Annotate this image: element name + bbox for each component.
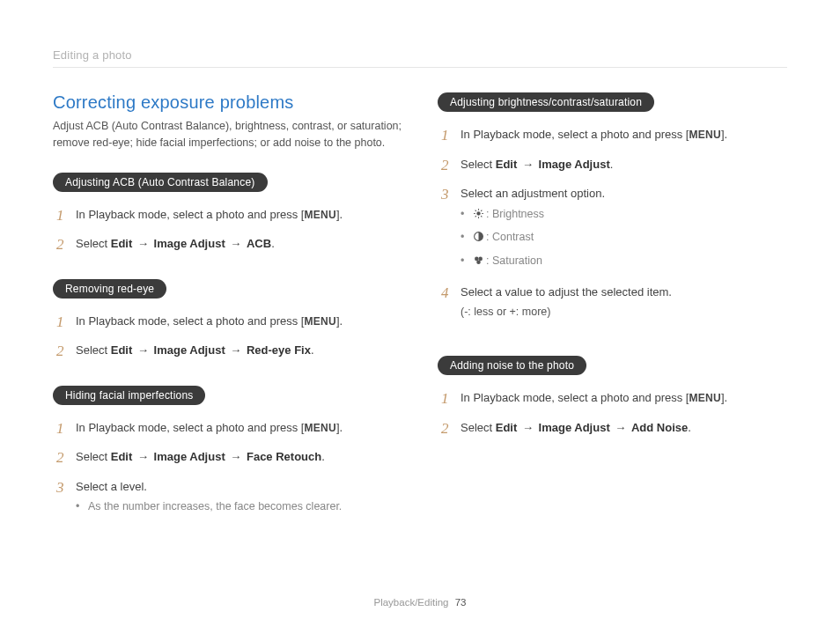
block-redeye: Removing red-eye In Playback mode, selec… xyxy=(53,279,402,359)
block-bcs: Adjusting brightness/contrast/saturation… xyxy=(438,92,787,321)
face-note-1: As the number increases, the face become… xyxy=(76,498,402,515)
contrast-icon xyxy=(473,231,484,247)
pill-bcs: Adjusting brightness/contrast/saturation xyxy=(438,92,654,112)
svg-point-12 xyxy=(476,260,481,264)
page: Editing a photo Correcting exposure prob… xyxy=(0,0,840,634)
footer-section: Playback/Editing xyxy=(373,597,448,608)
svg-line-6 xyxy=(481,216,482,217)
menu-key: MENU xyxy=(304,209,336,221)
step-acb-2: Select Edit → Image Adjust → ACB. xyxy=(53,235,402,253)
columns: Correcting exposure problems Adjust ACB … xyxy=(53,92,787,542)
svg-point-0 xyxy=(476,211,480,215)
steps-noise: In Playback mode, select a photo and pre… xyxy=(438,389,787,436)
left-column: Correcting exposure problems Adjust ACB … xyxy=(53,92,402,542)
steps-acb: In Playback mode, select a photo and pre… xyxy=(53,206,402,253)
step-noise-1: In Playback mode, select a photo and pre… xyxy=(438,389,787,407)
opt-saturation: : Saturation xyxy=(461,253,787,271)
pill-face: Hiding facial imperfections xyxy=(53,386,205,405)
saturation-icon xyxy=(473,254,484,271)
page-number: 73 xyxy=(455,597,467,608)
block-face: Hiding facial imperfections In Playback … xyxy=(53,386,402,515)
opt-contrast: : Contrast xyxy=(461,229,787,247)
opt-brightness: : Brightness xyxy=(461,206,787,225)
step-face-3: Select a level. As the number increases,… xyxy=(53,478,402,515)
step-bcs-1: In Playback mode, select a photo and pre… xyxy=(438,126,787,144)
pill-acb: Adjusting ACB (Auto Contrast Balance) xyxy=(53,173,268,192)
step-face-1: In Playback mode, select a photo and pre… xyxy=(53,419,402,437)
section-title: Correcting exposure problems xyxy=(53,92,402,113)
step-redeye-2: Select Edit → Image Adjust → Red-eye Fix… xyxy=(53,342,402,359)
svg-line-5 xyxy=(475,210,476,210)
menu-key: MENU xyxy=(304,422,336,434)
step-acb-1: In Playback mode, select a photo and pre… xyxy=(53,206,402,224)
step-face-2: Select Edit → Image Adjust → Face Retouc… xyxy=(53,448,402,466)
menu-key: MENU xyxy=(689,392,721,404)
menu-key: MENU xyxy=(689,129,721,141)
intro-text: Adjust ACB (Auto Contrast Balance), brig… xyxy=(53,118,402,151)
step-bcs-3: Select an adjustment option. : Brightnes… xyxy=(438,185,787,271)
block-acb: Adjusting ACB (Auto Contrast Balance) In… xyxy=(53,173,402,253)
steps-bcs: In Playback mode, select a photo and pre… xyxy=(438,126,787,321)
header-section: Editing a photo xyxy=(53,48,787,62)
svg-line-8 xyxy=(481,210,482,210)
footer: Playback/Editing 73 xyxy=(0,597,840,608)
block-noise: Adding noise to the photo In Playback mo… xyxy=(438,356,787,436)
right-column: Adjusting brightness/contrast/saturation… xyxy=(438,92,787,542)
pill-noise: Adding noise to the photo xyxy=(438,356,586,375)
svg-line-7 xyxy=(475,216,476,217)
step-bcs-4: Select a value to adjust the selected it… xyxy=(438,284,787,321)
step-bcs-4-sub: (-: less or +: more) xyxy=(461,304,787,321)
step-noise-2: Select Edit → Image Adjust → Add Noise. xyxy=(438,419,787,437)
steps-redeye: In Playback mode, select a photo and pre… xyxy=(53,313,402,359)
step-redeye-1: In Playback mode, select a photo and pre… xyxy=(53,313,402,330)
pill-redeye: Removing red-eye xyxy=(53,279,166,299)
bcs-options: : Brightness : Contrast : Saturation xyxy=(461,206,787,271)
step-bcs-2: Select Edit → Image Adjust. xyxy=(438,156,787,173)
steps-face: In Playback mode, select a photo and pre… xyxy=(53,419,402,515)
brightness-icon xyxy=(473,208,484,225)
header-rule xyxy=(53,67,787,68)
face-notes: As the number increases, the face become… xyxy=(76,498,402,515)
menu-key: MENU xyxy=(304,315,336,328)
